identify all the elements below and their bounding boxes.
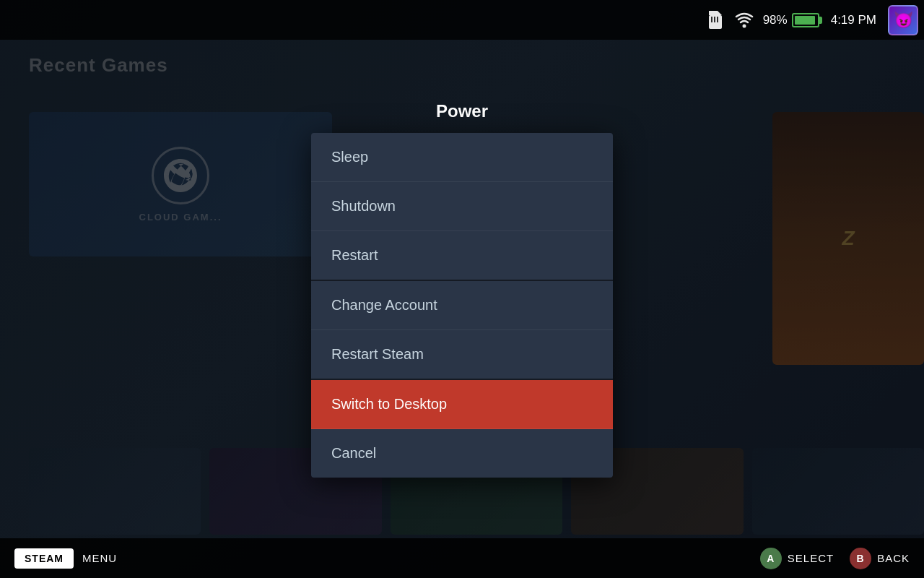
menu-item-sleep[interactable]: Sleep — [311, 133, 613, 182]
menu-item-cancel[interactable]: Cancel — [311, 429, 613, 478]
menu-item-switch-to-desktop[interactable]: Switch to Desktop — [311, 380, 613, 429]
a-button-icon[interactable]: A — [760, 548, 782, 569]
steam-button[interactable]: STEAM — [14, 548, 74, 569]
avatar-emoji: 😈 — [894, 11, 913, 30]
power-modal: Power Sleep Shutdown Restart Change Acco… — [0, 40, 924, 538]
select-label: SELECT — [788, 552, 834, 564]
menu-item-restart[interactable]: Restart — [311, 231, 613, 281]
taskbar: STEAM MENU A SELECT B BACK — [0, 538, 924, 578]
menu-item-change-account[interactable]: Change Account — [311, 281, 613, 330]
taskbar-left: STEAM MENU — [14, 548, 117, 569]
menu-item-restart-steam[interactable]: Restart Steam — [311, 330, 613, 380]
wifi-signal-icon — [734, 12, 754, 28]
current-time: 4:19 PM — [831, 13, 876, 27]
svg-marker-1 — [709, 11, 722, 15]
sd-card-icon — [705, 12, 725, 28]
svg-rect-3 — [714, 17, 715, 22]
taskbar-right: A SELECT B BACK — [760, 548, 910, 569]
modal-title: Power — [436, 101, 488, 121]
menu-label: MENU — [82, 552, 117, 564]
back-action: B BACK — [850, 548, 910, 569]
power-menu: Sleep Shutdown Restart Change Account Re… — [311, 133, 613, 478]
status-bar: 98% 4:19 PM 😈 — [0, 0, 924, 40]
back-label: BACK — [877, 552, 910, 564]
svg-rect-2 — [711, 17, 712, 22]
battery-fill-bar — [795, 16, 816, 25]
battery-icon — [792, 13, 819, 27]
svg-point-5 — [742, 24, 746, 27]
battery-percentage: 98% — [763, 13, 788, 27]
avatar[interactable]: 😈 — [888, 5, 918, 35]
menu-item-shutdown[interactable]: Shutdown — [311, 182, 613, 231]
b-button-icon[interactable]: B — [850, 548, 871, 569]
select-action: A SELECT — [760, 548, 834, 569]
battery-status: 98% — [763, 13, 819, 27]
svg-rect-4 — [717, 17, 718, 22]
